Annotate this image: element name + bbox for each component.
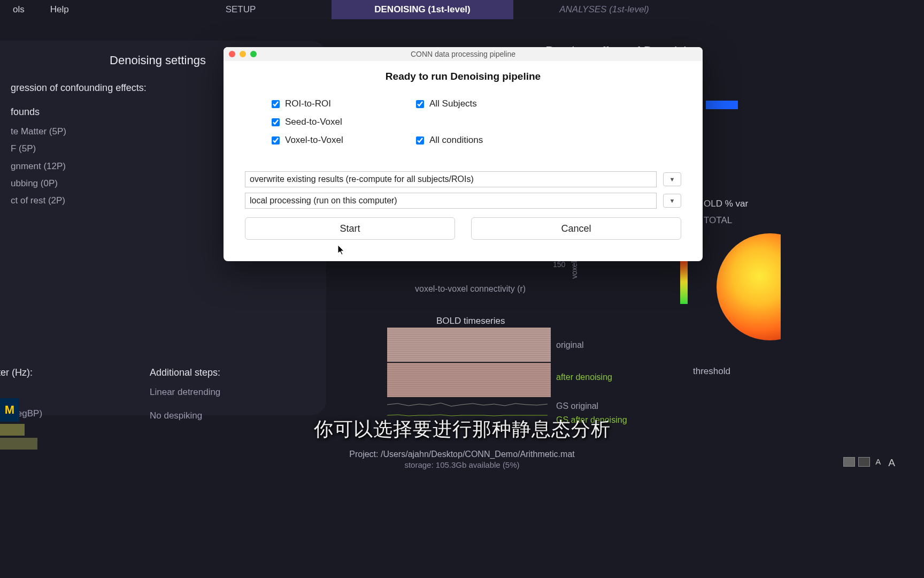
brain-map[interactable] xyxy=(717,233,781,340)
menu-help[interactable]: Help xyxy=(37,4,82,15)
filter-value[interactable]: 09] xyxy=(0,388,42,399)
display-controls: A A xyxy=(843,457,897,469)
font-size-large[interactable]: A xyxy=(886,457,897,469)
start-button[interactable]: Start xyxy=(245,217,455,240)
bold-timeseries-title: BOLD timeseries xyxy=(436,316,505,326)
checkbox-input[interactable] xyxy=(272,118,280,126)
status-storage: storage: 105.3Gb available (5%) xyxy=(0,460,924,469)
tab-analyses[interactable]: ANALYSES (1st-level) xyxy=(513,0,695,19)
combo-overwrite: ▼ xyxy=(245,171,681,187)
checkbox-input[interactable] xyxy=(272,136,280,144)
run-denoising-dialog: CONN data processing pipeline Ready to r… xyxy=(224,47,703,261)
checkbox-input[interactable] xyxy=(416,100,424,108)
combo-processing: ▼ xyxy=(245,193,681,209)
check-roi-to-roi[interactable]: ROI-to-ROI xyxy=(272,98,416,109)
label-after-denoising: after denoising xyxy=(556,372,612,382)
chevron-down-icon[interactable]: ▼ xyxy=(663,194,681,208)
checkbox-label: Voxel-to-Voxel xyxy=(285,135,343,146)
chevron-down-icon[interactable]: ▼ xyxy=(663,172,681,186)
bold-var-label: OLD % var xyxy=(704,199,748,209)
dialog-heading: Ready to run Denoising pipeline xyxy=(245,71,681,82)
top-tabs: SETUP DENOISING (1st-level) ANALYSES (1s… xyxy=(150,0,924,19)
label-original: original xyxy=(556,340,584,350)
histogram-bar xyxy=(706,101,738,109)
dialog-checkboxes: ROI-to-ROI All Subjects Seed-to-Voxel Vo… xyxy=(272,98,681,146)
combo-overwrite-input[interactable] xyxy=(245,171,657,187)
checkbox-label: Seed-to-Voxel xyxy=(285,117,342,127)
colorbar xyxy=(680,259,688,304)
check-seed-to-voxel[interactable]: Seed-to-Voxel xyxy=(272,117,416,127)
v2v-tick-150: 150 xyxy=(553,260,565,269)
checkbox-input[interactable] xyxy=(272,100,280,108)
total-label: TOTAL xyxy=(704,215,732,226)
cancel-button[interactable]: Cancel xyxy=(471,217,681,240)
menu-tools[interactable]: ols xyxy=(0,4,37,15)
tab-setup[interactable]: SETUP xyxy=(150,0,332,19)
check-all-conditions[interactable]: All conditions xyxy=(416,135,560,146)
combo-processing-input[interactable] xyxy=(245,193,657,209)
v2v-ylabel: voxel xyxy=(570,261,579,279)
dialog-titlebar[interactable]: CONN data processing pipeline xyxy=(224,47,703,61)
swatch-1[interactable] xyxy=(843,457,855,467)
filter-label: ss filter (Hz): xyxy=(0,367,42,378)
threshold-label: threshold xyxy=(693,366,730,377)
dialog-window-title: CONN data processing pipeline xyxy=(224,50,703,58)
checkbox-label: All Subjects xyxy=(429,98,477,109)
additional-steps: Additional steps: Linear detrending No d… xyxy=(150,360,220,421)
dialog-buttons: Start Cancel xyxy=(245,217,681,240)
label-gs-original: GS original xyxy=(556,401,598,411)
gs-original-trace xyxy=(387,400,551,409)
tab-denoising[interactable]: DENOISING (1st-level) xyxy=(332,0,513,19)
check-voxel-to-voxel[interactable]: Voxel-to-Voxel xyxy=(272,135,416,146)
checkbox-label: ROI-to-ROI xyxy=(285,98,331,109)
additional-detrending[interactable]: Linear detrending xyxy=(150,387,220,398)
video-subtitle: 你可以选择要进行那种静息态分析 xyxy=(0,416,924,443)
checkbox-label: All conditions xyxy=(429,135,483,146)
swatch-2[interactable] xyxy=(858,457,870,467)
font-size-small[interactable]: A xyxy=(873,457,883,469)
v2v-caption: voxel-to-voxel connectivity (r) xyxy=(415,284,526,294)
check-all-subjects[interactable]: All Subjects xyxy=(416,98,560,109)
carpet-original[interactable] xyxy=(387,328,551,362)
carpet-after[interactable] xyxy=(387,363,551,397)
status-project: Project: /Users/ajahn/Desktop/CONN_Demo/… xyxy=(0,450,924,459)
checkbox-input[interactable] xyxy=(416,136,424,144)
additional-label: Additional steps: xyxy=(150,367,220,378)
status-storage-text: storage: 105.3Gb available (5%) xyxy=(404,460,519,469)
